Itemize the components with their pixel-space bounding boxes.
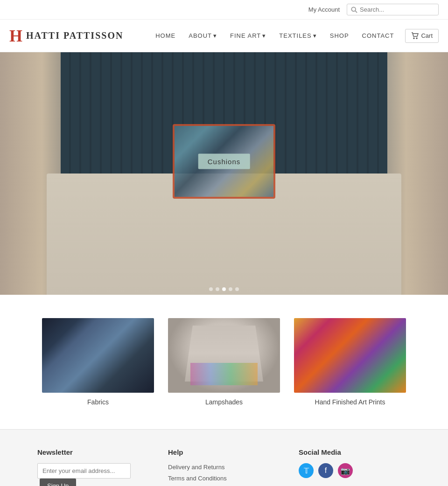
facebook-link[interactable]: f — [318, 463, 333, 478]
nav-link-fine-art-label: FINE ART — [230, 32, 261, 39]
social-heading: Social Media — [299, 448, 411, 456]
nav-link-textiles[interactable]: TEXTILES ▾ — [273, 32, 323, 39]
nav-link-about[interactable]: ABOUT ▾ — [182, 32, 224, 39]
footer: Newsletter Sign Up Help Delivery and Ret… — [0, 429, 448, 486]
help-heading: Help — [168, 448, 280, 456]
footer-help: Help Delivery and Returns Terms and Cond… — [168, 448, 280, 486]
hero-section: Cushions — [0, 52, 448, 295]
chevron-down-icon-3: ▾ — [313, 32, 317, 39]
newsletter-heading: Newsletter — [37, 448, 149, 456]
link-terms[interactable]: Terms and Conditions — [168, 475, 227, 482]
hero-slide-label: Cushions — [198, 154, 250, 169]
svg-point-2 — [413, 38, 414, 39]
help-link-delivery[interactable]: Delivery and Returns — [168, 463, 280, 471]
search-input[interactable] — [360, 6, 434, 13]
facebook-icon: f — [325, 466, 327, 475]
product-section: Fabrics Lampshades Hand Finished Art Pri… — [0, 295, 448, 429]
product-card-lampshades[interactable]: Lampshades — [168, 318, 280, 406]
help-link-terms[interactable]: Terms and Conditions — [168, 474, 280, 482]
logo-link[interactable]: H HATTI PATTISSON — [9, 26, 123, 46]
cart-button[interactable]: Cart — [405, 29, 439, 43]
my-account-link[interactable]: My Account — [308, 6, 340, 13]
product-card-fabrics[interactable]: Fabrics — [42, 318, 154, 406]
nav-bar: H HATTI PATTISSON HOME ABOUT ▾ FINE ART … — [0, 20, 448, 52]
product-label-lampshades: Lampshades — [168, 398, 280, 406]
social-icons: 𝕋 f 📷 — [299, 463, 411, 478]
hero-dot-2[interactable] — [216, 287, 219, 291]
hero-dot-3[interactable] — [222, 287, 226, 291]
instagram-icon: 📷 — [341, 466, 350, 475]
nav-item-textiles[interactable]: TEXTILES ▾ — [273, 32, 323, 39]
footer-social: Social Media 𝕋 f 📷 — [299, 448, 411, 486]
cart-icon — [411, 32, 419, 40]
instagram-link[interactable]: 📷 — [338, 463, 353, 478]
signup-button[interactable]: Sign Up — [40, 479, 76, 486]
nav-item-home[interactable]: HOME — [149, 32, 182, 39]
chevron-down-icon-2: ▾ — [262, 32, 266, 39]
product-image-lampshades — [168, 318, 280, 393]
link-delivery[interactable]: Delivery and Returns — [168, 464, 224, 471]
lampshade-inner — [190, 363, 258, 385]
nav-link-textiles-label: TEXTILES — [279, 32, 311, 39]
search-icon — [351, 7, 357, 13]
nav-item-contact[interactable]: CONTACT — [356, 32, 401, 39]
footer-newsletter: Newsletter Sign Up — [37, 448, 149, 486]
product-image-prints — [294, 318, 406, 393]
top-bar: My Account — [0, 0, 448, 20]
svg-point-3 — [416, 38, 417, 39]
hero-background: Cushions — [0, 52, 448, 295]
hero-dot-4[interactable] — [229, 287, 232, 291]
nav-link-shop[interactable]: SHOP — [323, 32, 356, 39]
nav-item-shop[interactable]: SHOP — [323, 32, 356, 39]
chevron-down-icon: ▾ — [213, 32, 217, 39]
product-grid: Fabrics Lampshades Hand Finished Art Pri… — [37, 318, 411, 406]
footer-top: Newsletter Sign Up Help Delivery and Ret… — [37, 448, 411, 486]
nav-link-home[interactable]: HOME — [149, 32, 182, 39]
product-label-fabrics: Fabrics — [42, 398, 154, 406]
twitter-link[interactable]: 𝕋 — [299, 463, 314, 478]
nav-link-fine-art[interactable]: FINE ART ▾ — [224, 32, 273, 39]
hero-dots — [209, 287, 239, 291]
hero-dot-5[interactable] — [235, 287, 239, 291]
nav-item-about[interactable]: ABOUT ▾ — [182, 32, 224, 39]
svg-point-0 — [351, 7, 356, 11]
nav-links: HOME ABOUT ▾ FINE ART ▾ TEXTILES ▾ SHOP … — [149, 32, 400, 39]
nav-link-about-label: ABOUT — [189, 32, 212, 39]
logo-name: HATTI PATTISSON — [26, 30, 123, 41]
cart-label: Cart — [421, 32, 433, 39]
hero-dot-1[interactable] — [209, 287, 213, 291]
newsletter-input[interactable] — [37, 463, 131, 479]
product-image-fabrics — [42, 318, 154, 393]
product-label-prints: Hand Finished Art Prints — [294, 398, 406, 406]
search-container — [347, 4, 439, 15]
nav-item-fine-art[interactable]: FINE ART ▾ — [224, 32, 273, 39]
twitter-icon: 𝕋 — [304, 466, 309, 475]
logo-letter: H — [9, 26, 22, 46]
product-card-prints[interactable]: Hand Finished Art Prints — [294, 318, 406, 406]
nav-link-contact[interactable]: CONTACT — [356, 32, 401, 39]
newsletter-form: Sign Up — [37, 463, 149, 486]
svg-line-1 — [355, 11, 357, 13]
help-links: Delivery and Returns Terms and Condition… — [168, 463, 280, 486]
